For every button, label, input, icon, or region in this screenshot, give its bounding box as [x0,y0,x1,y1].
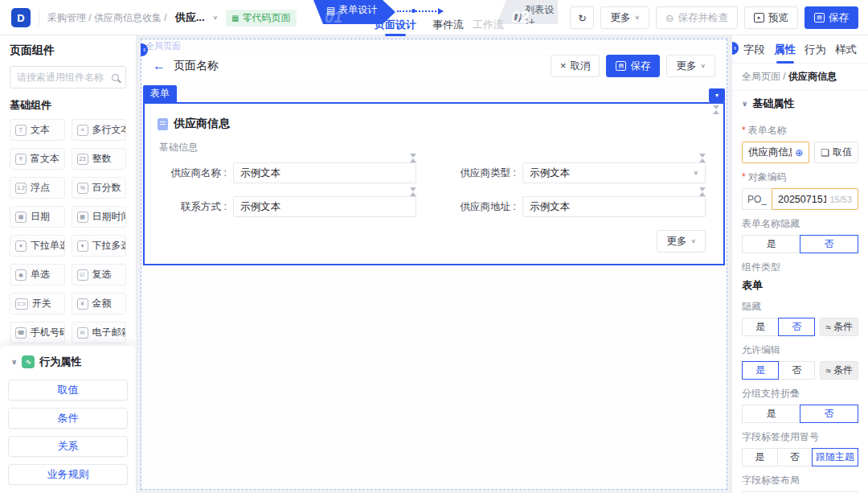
field-supplier-name[interactable]: 供应商名称 : 示例文本 [162,162,416,183]
chevron-down-icon[interactable]: ∨ [213,14,219,21]
option-no[interactable]: 否 [778,318,815,336]
basic-properties-section[interactable]: ∨ 基础属性 [732,90,868,117]
form-collapse-icon[interactable]: ▾ [709,88,725,102]
option-no[interactable]: 否 [777,448,813,466]
component-text[interactable]: T文本 [10,119,65,141]
component-integer[interactable]: 23整数 [72,148,127,170]
option-yes[interactable]: 是 [742,235,800,253]
canvas-save-button[interactable]: ▤保存 [606,55,660,77]
collapse-caret-icon: ∨ [11,358,17,366]
condition-icon: ≈ [825,365,831,376]
form-group-label: 基础信息 [159,141,710,154]
behavior-icon: ∿ [22,355,35,368]
text-input[interactable]: 示例文本 [522,196,706,217]
hidden-condition-button[interactable]: ≈条件 [820,318,858,336]
component-switch[interactable]: ⊂⊃开关 [10,293,65,314]
component-datetime[interactable]: ▦日期时间 [72,206,127,228]
component-percent[interactable]: %百分数 [72,177,127,199]
option-follow-theme[interactable]: 跟随主题 [812,448,858,466]
tab-fields[interactable]: 字段 [743,43,765,57]
object-code-label: *对象编码 [742,170,858,184]
search-input[interactable] [17,72,107,83]
get-value-button[interactable]: ❏取值 [814,142,858,163]
char-counter: 15/53 [829,195,852,204]
option-yes[interactable]: 是 [742,448,778,466]
option-yes[interactable]: 是 [742,405,800,423]
business-rule-button[interactable]: 业务规则 [8,464,128,485]
object-code-input[interactable]: 20250715171074315/53 [772,188,858,210]
component-type-value: 表单 [742,278,858,293]
component-radio[interactable]: ◉单选 [10,264,65,286]
tab-behavior[interactable]: 行为 [805,43,826,57]
field-contact[interactable]: 联系方式 : 示例文本 [162,196,416,217]
component-sidebar: 页面组件 基础组件 T文本 ≡多行文本 Ŧ富文本 23整数 1.2浮点 %百分数… [0,35,137,493]
component-email[interactable]: ✉电子邮箱 [72,322,127,343]
component-richtext[interactable]: Ŧ富文本 [10,148,65,170]
save-button[interactable]: ▤保存 [805,6,858,29]
value-rule-button[interactable]: 取值 [8,380,128,401]
edit-condition-button[interactable]: ≈条件 [820,361,858,380]
design-canvas: 全局页面 ‖ ← 页面名称 ×取消 ▤保存 更多∨ 表单 ▾ 供应商信息 基础信… [137,35,731,493]
component-phone[interactable]: ☎手机号码 [10,322,65,343]
canvas-more-button[interactable]: 更多∨ [666,55,715,77]
component-checkbox[interactable]: ☑复选 [72,264,127,286]
component-currency[interactable]: ¥金额 [72,293,127,314]
form-name-hidden-label: 表单名称隐藏 [742,217,858,231]
field-supplier-type[interactable]: 供应商类型 : 示例文本∨ [452,162,706,183]
tab-properties[interactable]: 属性 [774,43,796,57]
preview-button[interactable]: ▸预览 [744,6,798,29]
tab-style[interactable]: 样式 [835,43,857,57]
hourglass-icon [410,154,417,162]
condition-rule-button[interactable]: 条件 [8,408,128,429]
form-name-label: *表单名称 [742,124,858,138]
refresh-button[interactable]: ↻ [570,6,594,29]
option-yes[interactable]: 是 [742,318,779,336]
hidden-label: 隐藏 [742,300,858,314]
collapse-caret-icon: ∨ [742,100,747,108]
form-component-tag[interactable]: 表单 [143,85,177,102]
dropdown-single-icon: ▾ [15,240,27,252]
cancel-button[interactable]: ×取消 [551,55,600,77]
form-name-input[interactable]: 供应商信息⊕ [742,142,809,163]
app-logo-icon: D [11,8,31,27]
global-page-region[interactable]: 全局页面 ‖ ← 页面名称 ×取消 ▤保存 更多∨ 表单 ▾ 供应商信息 基础信… [141,39,727,490]
option-yes[interactable]: 是 [742,361,779,380]
form-more-button[interactable]: 更多∨ [657,230,706,253]
preview-icon: ▸ [754,13,764,23]
option-no[interactable]: 否 [778,361,815,380]
relation-rule-button[interactable]: 关系 [8,436,128,457]
form-name-hidden-toggle: 是 否 [742,235,858,253]
option-no[interactable]: 否 [800,235,858,253]
text-input[interactable]: 示例文本 [233,196,416,217]
hidden-toggle: 是 否 [742,318,815,336]
breadcrumb-current[interactable]: 供应... [175,10,205,25]
globe-icon[interactable]: ⊕ [795,147,803,158]
basic-components-heading: 基础组件 [10,98,126,113]
checkbox-icon: ☑ [77,269,88,281]
property-inspector: ‖ 字段 属性 行为 样式 全局页面 / 供应商信息 ∨ 基础属性 *表单名称 … [731,35,868,493]
grid-icon: ▦ [231,14,239,23]
component-select-single[interactable]: ▾下拉单选 [10,235,65,257]
field-supplier-address[interactable]: 供应商地址 : 示例文本 [452,196,706,217]
chevron-down-icon: ∨ [690,238,696,244]
tab-event-flow[interactable]: 事件流 [432,18,464,32]
behavior-panel-header[interactable]: ∨ ∿ 行为属性 [8,353,128,372]
switch-icon: ⊂⊃ [15,298,28,310]
option-no[interactable]: 否 [800,405,858,423]
inspector-breadcrumb: 全局页面 / 供应商信息 [732,64,868,90]
refresh-icon: ↻ [578,12,586,24]
component-date[interactable]: ▦日期 [10,206,65,228]
text-input[interactable]: 示例文本 [233,162,416,183]
component-select-multi[interactable]: ▾下拉多选 [72,235,127,257]
breadcrumb-root[interactable]: 全局页面 [742,71,780,82]
field-label: 供应商类型 : [452,166,516,180]
component-search[interactable] [10,66,126,88]
component-textarea[interactable]: ≡多行文本 [72,119,127,141]
form-component[interactable]: 供应商信息 基础信息 供应商名称 : 示例文本 供应商类型 : 示例文本∨ 联系… [143,102,725,265]
tab-page-design[interactable]: 页面设计 [375,18,416,32]
select-input[interactable]: 示例文本∨ [522,162,706,183]
more-button[interactable]: 更多∨ [600,6,649,29]
component-float[interactable]: 1.2浮点 [10,177,65,199]
back-icon[interactable]: ← [153,59,166,73]
datetime-icon: ▦ [77,212,88,223]
